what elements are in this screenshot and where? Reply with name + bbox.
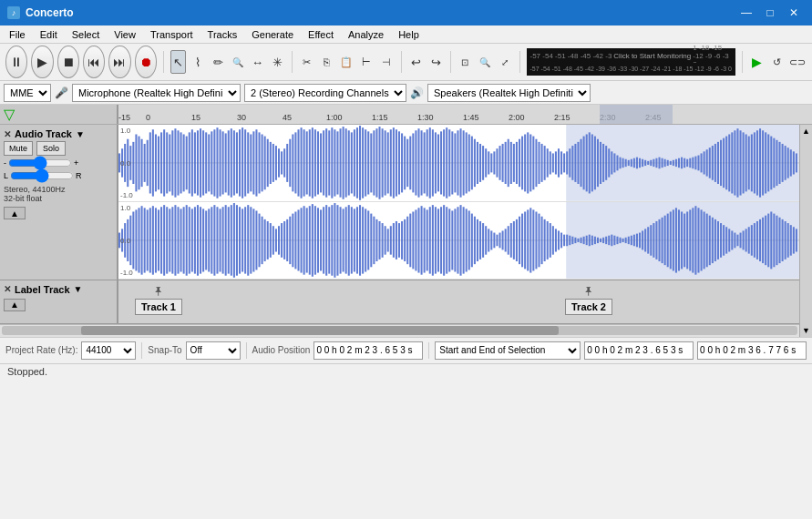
scrollbar-thumb[interactable] (81, 326, 559, 335)
zoom-fit-button[interactable]: ⊡ (457, 50, 474, 74)
mute-button[interactable]: Mute (4, 141, 33, 156)
select-tool-button[interactable]: ↖ (170, 50, 187, 74)
svg-rect-373 (474, 217, 476, 264)
envelope-tool-button[interactable]: ⌇ (190, 50, 206, 74)
svg-rect-481 (773, 213, 775, 267)
zoom-out-button[interactable]: 🔍 (477, 50, 493, 74)
mute-solo-row: Mute Solo (4, 141, 113, 156)
svg-rect-295 (255, 210, 257, 270)
zoom-to-button[interactable]: ⤢ (497, 50, 513, 74)
selection-mode-select[interactable]: Start and End of Selection (435, 341, 581, 360)
draw-tool-button[interactable]: ✏ (210, 50, 226, 74)
speaker-select[interactable]: Speakers (Realtek High Definiti (427, 84, 591, 102)
paste-button[interactable]: 📋 (338, 50, 355, 74)
label-track-dropdown[interactable]: ▼ (74, 284, 83, 294)
track1-pin-icon[interactable]: 🖈 (152, 284, 165, 299)
svg-rect-235 (770, 137, 772, 190)
zoom-in-button[interactable]: 🔍 (230, 50, 246, 74)
svg-rect-311 (301, 208, 303, 272)
close-button[interactable]: ✕ (783, 4, 805, 22)
audio-track-dropdown[interactable]: ▼ (76, 129, 85, 139)
svg-rect-68 (306, 131, 308, 194)
horizontal-scrollbar[interactable] (0, 324, 799, 337)
label-area[interactable]: 🖈 Track 1 🖈 Track 2 (118, 280, 799, 323)
scroll-up-button[interactable]: ▲ (800, 125, 812, 137)
minimize-button[interactable]: — (735, 4, 757, 22)
svg-rect-367 (457, 207, 458, 273)
track2-label[interactable]: Track 2 (565, 299, 612, 315)
menu-select[interactable]: Select (65, 27, 108, 42)
trim-button[interactable]: ⊢ (358, 50, 375, 74)
silence-button[interactable]: ⊣ (378, 50, 395, 74)
stop-button[interactable]: ⏹ (57, 46, 79, 78)
menu-effect[interactable]: Effect (301, 27, 341, 42)
svg-rect-126 (468, 134, 470, 191)
audio-waveform-container[interactable]: 1.0 0.0 -1.0 (118, 125, 799, 280)
audio-track-arrow-up[interactable]: ▲ (4, 207, 26, 219)
time-shift-button[interactable]: ↔ (250, 50, 266, 74)
cut-button[interactable]: ✂ (299, 50, 315, 74)
api-select[interactable]: MME (4, 84, 51, 102)
menu-analyze[interactable]: Analyze (341, 27, 391, 42)
svg-rect-142 (513, 144, 515, 182)
svg-rect-85 (354, 129, 355, 196)
svg-rect-397 (541, 217, 543, 264)
menu-transport[interactable]: Transport (143, 27, 200, 42)
pause-button[interactable]: ⏸ (5, 46, 27, 78)
svg-rect-7 (135, 134, 137, 191)
menu-help[interactable]: Help (391, 27, 427, 42)
svg-rect-214 (712, 146, 714, 180)
svg-rect-183 (625, 159, 627, 167)
scrollbar-track[interactable] (2, 326, 797, 335)
svg-rect-292 (247, 205, 249, 276)
menu-tracks[interactable]: Tracks (200, 27, 245, 42)
menu-edit[interactable]: Edit (33, 27, 65, 42)
redo-button[interactable]: ↪ (427, 50, 444, 74)
svg-rect-59 (281, 151, 283, 174)
skip-end-button[interactable]: ⏭ (108, 46, 130, 78)
multi-tool-button[interactable]: ✳ (269, 50, 285, 74)
label-track-arrow-up[interactable]: ▲ (4, 299, 26, 311)
skip-start-button[interactable]: ⏮ (83, 46, 105, 78)
svg-rect-24 (183, 134, 185, 191)
vu-top-scale: -57 -54 -51 -48 -45 -42 -3 (530, 52, 612, 60)
svg-rect-111 (427, 129, 428, 196)
svg-rect-345 (396, 221, 397, 260)
scroll-down-button[interactable]: ▼ (800, 324, 812, 337)
cut-preview-button[interactable]: ⊂⊃ (788, 50, 807, 74)
play-button[interactable]: ▶ (31, 46, 53, 78)
menu-generate[interactable]: Generate (244, 27, 301, 42)
selection-start-input[interactable] (584, 341, 694, 360)
snap-select[interactable]: Off (186, 341, 241, 360)
selection-end-input[interactable] (697, 341, 807, 360)
svg-rect-150 (535, 139, 537, 187)
pan-slider[interactable] (10, 170, 74, 181)
svg-rect-262 (163, 205, 165, 276)
gain-slider[interactable] (8, 158, 72, 168)
loop-button[interactable]: ↺ (768, 50, 785, 74)
label-track-close[interactable]: ✕ (4, 284, 11, 294)
playhead-icon[interactable]: ▽ (4, 106, 15, 123)
ruler-area[interactable]: -15 0 15 30 45 1:00 1:15 1:30 1:45 2:00 … (118, 105, 812, 124)
vertical-scrollbar[interactable]: ▲ ▼ (799, 125, 812, 337)
menu-view[interactable]: View (107, 27, 143, 42)
audio-track-close[interactable]: ✕ (4, 129, 11, 139)
play-at-speed-button[interactable]: ▶ (749, 50, 766, 74)
vu-click-label[interactable]: Click to Start Monitoring (613, 52, 691, 60)
undo-button[interactable]: ↩ (407, 50, 424, 74)
microphone-select[interactable]: Microphone (Realtek High Defini (72, 84, 241, 102)
maximize-button[interactable]: □ (759, 4, 781, 22)
track2-pin-icon[interactable]: 🖈 (582, 284, 595, 299)
menu-file[interactable]: File (2, 27, 33, 42)
record-button[interactable]: ⏺ (135, 46, 157, 78)
svg-rect-338 (375, 219, 377, 261)
copy-button[interactable]: ⎘ (319, 50, 335, 74)
channels-select[interactable]: 2 (Stereo) Recording Channels (244, 84, 406, 102)
solo-button[interactable]: Solo (36, 141, 66, 156)
track1-label[interactable]: Track 1 (135, 299, 182, 315)
track1-marker: 🖈 Track 1 (135, 284, 182, 315)
audio-position-input[interactable] (313, 341, 423, 360)
svg-rect-389 (519, 217, 520, 264)
svg-rect-364 (448, 209, 450, 271)
project-rate-select[interactable]: 44100 (81, 341, 136, 360)
